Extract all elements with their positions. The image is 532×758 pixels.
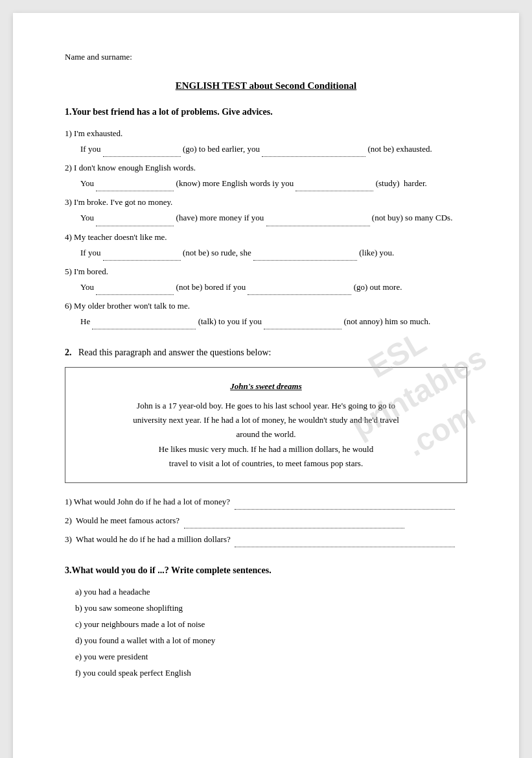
reading-text: John is a 17 year-old boy. He goes to hi… xyxy=(84,399,448,470)
question-item: 1) What would John do if he had a lot of… xyxy=(65,495,467,510)
list-item: e) you were president xyxy=(75,650,467,664)
blank xyxy=(266,211,370,226)
blank xyxy=(262,142,365,157)
blank xyxy=(253,246,357,261)
section1: 1.Your best friend has a lot of problems… xyxy=(65,107,467,329)
blank xyxy=(92,314,196,329)
list-item: 2) I don't know enough English words. xyxy=(65,161,467,175)
list-item: 4) My teacher doesn't like me. xyxy=(65,230,467,244)
list-item: If you (not be) so rude, she (like) you. xyxy=(80,246,467,261)
blank xyxy=(248,280,351,295)
list-item: 3) I'm broke. I've got no money. xyxy=(65,195,467,209)
section2-title: 2. Read this paragraph and answer the qu… xyxy=(65,348,467,358)
list-item: He (talk) to you if you (not annoy) him … xyxy=(80,314,467,329)
list-item: f) you could speak perfect English xyxy=(75,666,467,680)
blank xyxy=(96,211,174,226)
answer-blank xyxy=(184,514,404,528)
blank xyxy=(96,280,174,295)
list-item: 1) I'm exhausted. xyxy=(65,126,467,141)
question-item: 3) What would he do if he had a million … xyxy=(65,532,467,547)
list-item: 5) I'm bored. xyxy=(65,265,467,279)
section3: 3.What would you do if ...? Write comple… xyxy=(65,565,467,681)
question-item: 2) Would he meet famous actors? xyxy=(65,514,467,528)
blank xyxy=(103,246,181,261)
list-item: b) you saw someone shoplifting xyxy=(75,601,467,615)
list-item: You (know) more English words iy you (st… xyxy=(80,176,467,191)
answer-blank xyxy=(235,532,455,547)
reading-title: John's sweet dreams xyxy=(84,379,448,394)
worksheet-page: ESLprintables.com Name and surname: ENGL… xyxy=(13,13,519,758)
list-item: If you (go) to bed earlier, you (not be)… xyxy=(80,142,467,157)
section2: 2. Read this paragraph and answer the qu… xyxy=(65,348,467,547)
list-item: c) your neighbours made a lot of noise xyxy=(75,617,467,632)
reading-box: John's sweet dreams John is a 17 year-ol… xyxy=(65,367,467,483)
blank xyxy=(103,142,181,157)
list-item: d) you found a wallet with a lot of mone… xyxy=(75,634,467,648)
list-item: You (have) more money if you (not buy) s… xyxy=(80,211,467,226)
section1-title: 1.Your best friend has a lot of problems… xyxy=(65,107,467,117)
list-item: 6) My older brother won't talk to me. xyxy=(65,299,467,313)
list-item: a) you had a headache xyxy=(75,585,467,599)
main-title: ENGLISH TEST about Second Conditional xyxy=(65,80,467,91)
list-item: You (not be) bored if you (go) out more. xyxy=(80,280,467,295)
section3-title: 3.What would you do if ...? Write comple… xyxy=(65,565,467,576)
blank xyxy=(295,176,373,191)
blank xyxy=(96,176,174,191)
name-label: Name and surname: xyxy=(65,52,467,62)
answer-blank xyxy=(235,495,455,510)
blank xyxy=(264,314,341,329)
